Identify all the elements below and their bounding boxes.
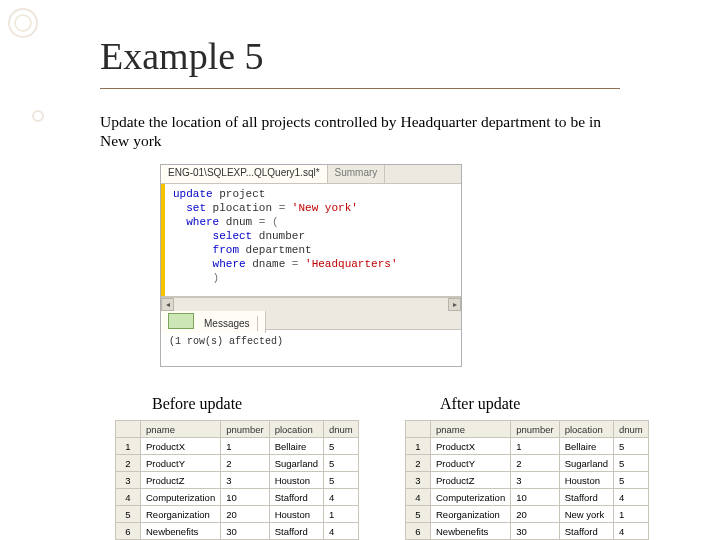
scroll-right-icon[interactable]: ▸ xyxy=(448,298,461,311)
cell: 3 xyxy=(221,472,270,489)
row-number: 3 xyxy=(116,472,141,489)
cell: Stafford xyxy=(559,489,613,506)
col-pnumber[interactable]: pnumber xyxy=(511,421,560,438)
cell: ProductX xyxy=(431,438,511,455)
cell: 5 xyxy=(323,472,358,489)
cell: Newbenefits xyxy=(431,523,511,540)
col-pname[interactable]: pname xyxy=(431,421,511,438)
cell: 2 xyxy=(511,455,560,472)
table-row[interactable]: 3ProductZ3Houston5 xyxy=(116,472,359,489)
cell: 20 xyxy=(221,506,270,523)
cell: Houston xyxy=(269,506,323,523)
table-row[interactable]: 3ProductZ3Houston5 xyxy=(406,472,649,489)
cell: Sugarland xyxy=(559,455,613,472)
cell: Newbenefits xyxy=(141,523,221,540)
slide-deco-corner xyxy=(8,8,38,38)
col-plocation[interactable]: plocation xyxy=(559,421,613,438)
row-number: 6 xyxy=(406,523,431,540)
row-number: 6 xyxy=(116,523,141,540)
after-label: After update xyxy=(440,395,520,413)
before-table: pname pnumber plocation dnum 1ProductX1B… xyxy=(115,420,359,540)
ssms-change-gutter xyxy=(161,184,165,296)
col-dnum[interactable]: dnum xyxy=(323,421,358,438)
messages-icon xyxy=(168,313,194,329)
cell: 1 xyxy=(511,438,560,455)
cell: 1 xyxy=(323,506,358,523)
cell: Reorganization xyxy=(141,506,221,523)
table-header: pname pnumber plocation dnum xyxy=(116,421,359,438)
corner-cell xyxy=(116,421,141,438)
sql-code: update project set plocation = 'New york… xyxy=(161,184,461,288)
cell: 3 xyxy=(511,472,560,489)
before-label: Before update xyxy=(152,395,242,413)
ssms-tab-query[interactable]: ENG-01\SQLEXP...QLQuery1.sql* xyxy=(161,165,328,183)
cell: 30 xyxy=(511,523,560,540)
after-table: pname pnumber plocation dnum 1ProductX1B… xyxy=(405,420,649,540)
cell: New york xyxy=(559,506,613,523)
cell: ProductX xyxy=(141,438,221,455)
cell: 1 xyxy=(613,506,648,523)
col-pnumber[interactable]: pnumber xyxy=(221,421,270,438)
table-row[interactable]: 5Reorganization20New york1 xyxy=(406,506,649,523)
ssms-tab-messages[interactable]: Messages xyxy=(161,311,266,333)
ssms-tab-summary[interactable]: Summary xyxy=(328,165,386,183)
table-row[interactable]: 6Newbenefits30Stafford4 xyxy=(116,523,359,540)
row-number: 5 xyxy=(116,506,141,523)
table-row[interactable]: 6Newbenefits30Stafford4 xyxy=(406,523,649,540)
cell: 10 xyxy=(221,489,270,506)
row-number: 2 xyxy=(116,455,141,472)
row-number: 5 xyxy=(406,506,431,523)
cell: Computerization xyxy=(431,489,511,506)
col-plocation[interactable]: plocation xyxy=(269,421,323,438)
cell: Houston xyxy=(559,472,613,489)
table-row[interactable]: 1ProductX1Bellaire5 xyxy=(116,438,359,455)
row-number: 3 xyxy=(406,472,431,489)
table-row[interactable]: 2ProductY2Sugarland5 xyxy=(116,455,359,472)
cell: 4 xyxy=(323,523,358,540)
cell: 5 xyxy=(613,455,648,472)
cell: 2 xyxy=(221,455,270,472)
cell: 20 xyxy=(511,506,560,523)
cell: 30 xyxy=(221,523,270,540)
title-rule xyxy=(100,88,620,89)
table-row[interactable]: 4Computerization10Stafford4 xyxy=(406,489,649,506)
col-pname[interactable]: pname xyxy=(141,421,221,438)
ssms-editor[interactable]: update project set plocation = 'New york… xyxy=(161,184,461,297)
ssms-messages-output: (1 row(s) affected) xyxy=(161,330,461,366)
ssms-tabbar: ENG-01\SQLEXP...QLQuery1.sql* Summary xyxy=(161,165,461,184)
col-dnum[interactable]: dnum xyxy=(613,421,648,438)
cell: 4 xyxy=(323,489,358,506)
ssms-window: ENG-01\SQLEXP...QLQuery1.sql* Summary up… xyxy=(160,164,462,367)
cell: 10 xyxy=(511,489,560,506)
ssms-messages-tabbar: Messages xyxy=(161,311,461,330)
row-number: 1 xyxy=(116,438,141,455)
row-number: 1 xyxy=(406,438,431,455)
cell: Sugarland xyxy=(269,455,323,472)
cell: ProductY xyxy=(431,455,511,472)
table-row[interactable]: 2ProductY2Sugarland5 xyxy=(406,455,649,472)
cell: Bellaire xyxy=(269,438,323,455)
cell: Reorganization xyxy=(431,506,511,523)
cell: 5 xyxy=(613,472,648,489)
cell: Stafford xyxy=(559,523,613,540)
ssms-tab-messages-label: Messages xyxy=(197,316,258,331)
cell: ProductY xyxy=(141,455,221,472)
table-row[interactable]: 4Computerization10Stafford4 xyxy=(116,489,359,506)
cell: Computerization xyxy=(141,489,221,506)
cell: 5 xyxy=(613,438,648,455)
slide-deco-dot xyxy=(32,110,44,122)
table-row[interactable]: 5Reorganization20Houston1 xyxy=(116,506,359,523)
cell: 4 xyxy=(613,523,648,540)
cell: ProductZ xyxy=(431,472,511,489)
table-header: pname pnumber plocation dnum xyxy=(406,421,649,438)
ssms-h-scrollbar[interactable]: ◂ ▸ xyxy=(161,297,461,311)
scroll-left-icon[interactable]: ◂ xyxy=(161,298,174,311)
cell: Bellaire xyxy=(559,438,613,455)
cell: 5 xyxy=(323,438,358,455)
cell: Houston xyxy=(269,472,323,489)
slide-title: Example 5 xyxy=(100,34,264,78)
cell: 1 xyxy=(221,438,270,455)
slide-description: Update the location of all projects cont… xyxy=(100,112,620,151)
cell: 4 xyxy=(613,489,648,506)
table-row[interactable]: 1ProductX1Bellaire5 xyxy=(406,438,649,455)
